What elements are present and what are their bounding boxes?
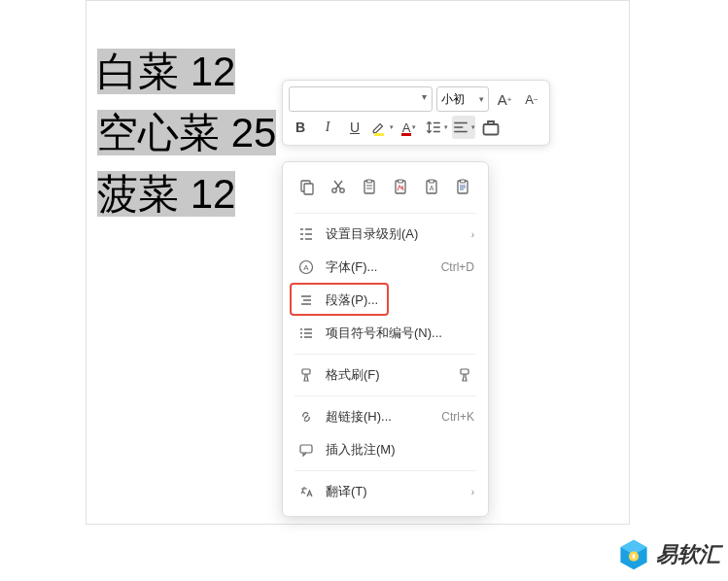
menu-paragraph[interactable]: 段落(P)...: [283, 284, 488, 317]
font-name-combo[interactable]: [289, 86, 433, 112]
paste-icon[interactable]: [357, 174, 382, 199]
paste-keep-icon[interactable]: [450, 174, 475, 199]
menu-insert-comment[interactable]: 插入批注(M): [283, 433, 488, 466]
svg-rect-19: [302, 369, 310, 374]
copy-icon[interactable]: [295, 174, 320, 199]
svg-point-16: [300, 328, 302, 330]
svg-rect-0: [484, 124, 499, 135]
line-spacing-button[interactable]: [425, 116, 448, 139]
watermark: 易软汇: [617, 538, 720, 571]
svg-rect-2: [304, 184, 313, 194]
menu-bullets-numbering[interactable]: 项目符号和编号(N)...: [283, 317, 488, 350]
text-line[interactable]: 菠菜 12: [97, 171, 235, 217]
font-size-combo[interactable]: 小初▾: [436, 86, 489, 112]
paste-special-icon[interactable]: [388, 174, 413, 199]
cut-icon[interactable]: [326, 174, 351, 199]
link-icon: [296, 408, 316, 426]
svg-rect-6: [367, 180, 372, 183]
list-icon: [296, 325, 316, 342]
menu-translate[interactable]: 翻译(T) ›: [283, 475, 488, 508]
svg-point-17: [300, 332, 302, 334]
font-color-button[interactable]: A: [398, 116, 421, 139]
grow-font-button[interactable]: A+: [493, 87, 516, 111]
underline-button[interactable]: U: [343, 116, 366, 139]
context-menu: A 设置目录级别(A) › A 字体(F)... Ctrl+D 段落(P)...…: [282, 161, 489, 517]
menu-format-painter[interactable]: 格式刷(F): [283, 359, 488, 392]
menu-outline-level[interactable]: 设置目录级别(A) ›: [283, 218, 488, 251]
mini-toolbar: 小初▾ A+ A− B I U A: [282, 80, 550, 146]
bold-button[interactable]: B: [289, 116, 312, 139]
menu-hyperlink[interactable]: 超链接(H)... Ctrl+K: [283, 400, 488, 433]
translate-icon: [296, 483, 316, 500]
italic-button[interactable]: I: [316, 116, 339, 139]
comment-icon: [296, 441, 316, 459]
svg-rect-10: [430, 180, 434, 183]
format-painter-icon: [296, 366, 316, 384]
svg-rect-21: [300, 445, 312, 453]
svg-rect-13: [461, 180, 466, 183]
font-icon: A: [296, 258, 316, 276]
chevron-right-icon: ›: [471, 229, 474, 240]
svg-rect-23: [633, 554, 636, 559]
shrink-font-button[interactable]: A−: [520, 87, 543, 111]
svg-text:A: A: [303, 263, 309, 272]
align-button[interactable]: [452, 116, 475, 139]
menu-font[interactable]: A 字体(F)... Ctrl+D: [283, 251, 488, 284]
toolbox-button[interactable]: [479, 116, 503, 139]
paste-text-icon[interactable]: A: [419, 174, 444, 199]
brush-icon: [455, 366, 474, 384]
selected-text-block: 白菜 12 空心菜 25 菠菜 12: [97, 41, 276, 224]
highlight-color-button[interactable]: [370, 116, 394, 139]
svg-rect-20: [461, 369, 468, 374]
chevron-right-icon: ›: [471, 487, 474, 497]
svg-rect-8: [399, 180, 403, 183]
watermark-logo-icon: [617, 538, 650, 571]
svg-text:A: A: [430, 185, 434, 191]
text-line[interactable]: 空心菜 25: [97, 110, 276, 155]
watermark-text: 易软汇: [656, 540, 720, 569]
svg-point-18: [300, 336, 302, 338]
outline-icon: [296, 225, 316, 243]
text-line[interactable]: 白菜 12: [97, 49, 235, 94]
paragraph-icon: [296, 291, 316, 309]
